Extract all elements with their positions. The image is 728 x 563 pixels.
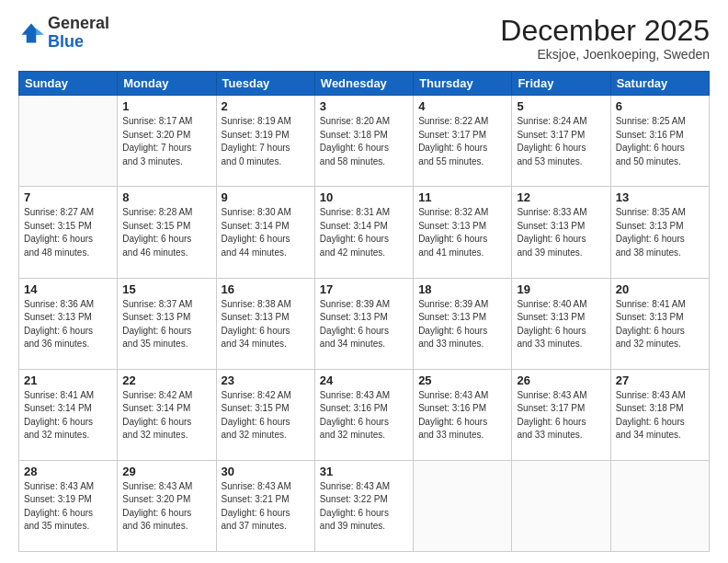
day-number: 12	[517, 190, 605, 204]
calendar-cell: 20Sunrise: 8:41 AM Sunset: 3:13 PM Dayli…	[610, 278, 709, 369]
day-number: 11	[418, 190, 506, 204]
calendar-week-5: 28Sunrise: 8:43 AM Sunset: 3:19 PM Dayli…	[19, 460, 710, 551]
calendar-cell: 17Sunrise: 8:39 AM Sunset: 3:13 PM Dayli…	[314, 278, 413, 369]
day-number: 6	[616, 99, 704, 113]
logo-icon	[18, 20, 44, 46]
calendar-week-4: 21Sunrise: 8:41 AM Sunset: 3:14 PM Dayli…	[19, 369, 710, 460]
calendar-cell: 28Sunrise: 8:43 AM Sunset: 3:19 PM Dayli…	[19, 460, 118, 551]
col-monday: Monday	[118, 72, 216, 96]
header: General Blue December 2025 Eksjoe, Joenk…	[18, 15, 710, 62]
col-wednesday: Wednesday	[314, 72, 413, 96]
day-number: 19	[517, 282, 605, 296]
calendar-cell: 21Sunrise: 8:41 AM Sunset: 3:14 PM Dayli…	[19, 369, 118, 460]
calendar-week-1: 1Sunrise: 8:17 AM Sunset: 3:20 PM Daylig…	[19, 96, 710, 187]
calendar-cell: 1Sunrise: 8:17 AM Sunset: 3:20 PM Daylig…	[118, 96, 216, 187]
day-info: Sunrise: 8:43 AM Sunset: 3:16 PM Dayligh…	[418, 389, 506, 442]
calendar-cell: 4Sunrise: 8:22 AM Sunset: 3:17 PM Daylig…	[414, 96, 512, 187]
calendar-week-3: 14Sunrise: 8:36 AM Sunset: 3:13 PM Dayli…	[19, 278, 710, 369]
day-info: Sunrise: 8:43 AM Sunset: 3:17 PM Dayligh…	[517, 389, 605, 442]
day-info: Sunrise: 8:30 AM Sunset: 3:14 PM Dayligh…	[222, 206, 310, 259]
calendar-cell: 2Sunrise: 8:19 AM Sunset: 3:19 PM Daylig…	[216, 96, 314, 187]
day-info: Sunrise: 8:33 AM Sunset: 3:13 PM Dayligh…	[517, 206, 605, 259]
col-friday: Friday	[512, 72, 610, 96]
day-number: 7	[24, 190, 112, 204]
day-info: Sunrise: 8:20 AM Sunset: 3:18 PM Dayligh…	[320, 115, 408, 168]
calendar-cell: 29Sunrise: 8:43 AM Sunset: 3:20 PM Dayli…	[118, 460, 216, 551]
day-info: Sunrise: 8:28 AM Sunset: 3:15 PM Dayligh…	[122, 206, 210, 259]
day-info: Sunrise: 8:42 AM Sunset: 3:14 PM Dayligh…	[122, 389, 210, 442]
day-number: 13	[616, 190, 704, 204]
calendar-cell: 27Sunrise: 8:43 AM Sunset: 3:18 PM Dayli…	[610, 369, 709, 460]
day-number: 28	[24, 465, 112, 478]
day-number: 23	[222, 373, 310, 387]
col-thursday: Thursday	[414, 72, 512, 96]
day-info: Sunrise: 8:17 AM Sunset: 3:20 PM Dayligh…	[122, 115, 210, 168]
col-sunday: Sunday	[19, 72, 118, 96]
col-tuesday: Tuesday	[216, 72, 314, 96]
calendar-cell	[610, 460, 709, 551]
day-info: Sunrise: 8:19 AM Sunset: 3:19 PM Dayligh…	[222, 115, 310, 168]
day-number: 16	[222, 282, 310, 296]
calendar-cell: 15Sunrise: 8:37 AM Sunset: 3:13 PM Dayli…	[118, 278, 216, 369]
day-number: 15	[122, 282, 210, 296]
day-info: Sunrise: 8:39 AM Sunset: 3:13 PM Dayligh…	[320, 298, 408, 351]
calendar-cell: 14Sunrise: 8:36 AM Sunset: 3:13 PM Dayli…	[19, 278, 118, 369]
calendar-cell: 8Sunrise: 8:28 AM Sunset: 3:15 PM Daylig…	[118, 187, 216, 278]
day-info: Sunrise: 8:35 AM Sunset: 3:13 PM Dayligh…	[616, 206, 704, 259]
title-block: December 2025 Eksjoe, Joenkoeping, Swede…	[500, 15, 710, 62]
day-info: Sunrise: 8:43 AM Sunset: 3:19 PM Dayligh…	[24, 480, 112, 534]
day-number: 30	[222, 465, 310, 478]
day-number: 2	[222, 99, 310, 113]
day-info: Sunrise: 8:41 AM Sunset: 3:14 PM Dayligh…	[24, 389, 112, 442]
calendar-cell	[19, 96, 118, 187]
day-info: Sunrise: 8:38 AM Sunset: 3:13 PM Dayligh…	[222, 298, 310, 351]
day-number: 31	[320, 465, 408, 478]
calendar-cell	[512, 460, 610, 551]
day-number: 27	[616, 373, 704, 387]
calendar-cell: 5Sunrise: 8:24 AM Sunset: 3:17 PM Daylig…	[512, 96, 610, 187]
day-info: Sunrise: 8:42 AM Sunset: 3:15 PM Dayligh…	[222, 389, 310, 442]
calendar-cell: 7Sunrise: 8:27 AM Sunset: 3:15 PM Daylig…	[19, 187, 118, 278]
day-number: 1	[122, 99, 210, 113]
month-title: December 2025	[500, 15, 710, 47]
calendar-cell: 11Sunrise: 8:32 AM Sunset: 3:13 PM Dayli…	[414, 187, 512, 278]
day-number: 3	[320, 99, 408, 113]
calendar-cell: 9Sunrise: 8:30 AM Sunset: 3:14 PM Daylig…	[216, 187, 314, 278]
day-number: 25	[418, 373, 506, 387]
calendar-cell: 13Sunrise: 8:35 AM Sunset: 3:13 PM Dayli…	[610, 187, 709, 278]
svg-marker-1	[36, 29, 44, 35]
day-info: Sunrise: 8:41 AM Sunset: 3:13 PM Dayligh…	[616, 298, 704, 351]
day-info: Sunrise: 8:32 AM Sunset: 3:13 PM Dayligh…	[418, 206, 506, 259]
day-info: Sunrise: 8:25 AM Sunset: 3:16 PM Dayligh…	[616, 115, 704, 168]
day-number: 10	[320, 190, 408, 204]
day-info: Sunrise: 8:40 AM Sunset: 3:13 PM Dayligh…	[517, 298, 605, 351]
day-info: Sunrise: 8:43 AM Sunset: 3:16 PM Dayligh…	[320, 389, 408, 442]
calendar-cell: 25Sunrise: 8:43 AM Sunset: 3:16 PM Dayli…	[414, 369, 512, 460]
calendar-cell: 16Sunrise: 8:38 AM Sunset: 3:13 PM Dayli…	[216, 278, 314, 369]
calendar-cell: 23Sunrise: 8:42 AM Sunset: 3:15 PM Dayli…	[216, 369, 314, 460]
day-number: 22	[122, 373, 210, 387]
day-info: Sunrise: 8:22 AM Sunset: 3:17 PM Dayligh…	[418, 115, 506, 168]
calendar-header-row: Sunday Monday Tuesday Wednesday Thursday…	[19, 72, 710, 96]
day-number: 18	[418, 282, 506, 296]
day-number: 14	[24, 282, 112, 296]
logo: General Blue	[18, 15, 109, 52]
day-info: Sunrise: 8:37 AM Sunset: 3:13 PM Dayligh…	[122, 298, 210, 351]
calendar-cell: 26Sunrise: 8:43 AM Sunset: 3:17 PM Dayli…	[512, 369, 610, 460]
calendar-week-2: 7Sunrise: 8:27 AM Sunset: 3:15 PM Daylig…	[19, 187, 710, 278]
day-info: Sunrise: 8:31 AM Sunset: 3:14 PM Dayligh…	[320, 206, 408, 259]
day-info: Sunrise: 8:24 AM Sunset: 3:17 PM Dayligh…	[517, 115, 605, 168]
day-number: 26	[517, 373, 605, 387]
day-info: Sunrise: 8:36 AM Sunset: 3:13 PM Dayligh…	[24, 298, 112, 351]
day-info: Sunrise: 8:43 AM Sunset: 3:18 PM Dayligh…	[616, 389, 704, 442]
day-info: Sunrise: 8:43 AM Sunset: 3:21 PM Dayligh…	[222, 480, 310, 534]
logo-general-text: General	[48, 14, 109, 32]
calendar-cell: 24Sunrise: 8:43 AM Sunset: 3:16 PM Dayli…	[314, 369, 413, 460]
day-info: Sunrise: 8:43 AM Sunset: 3:22 PM Dayligh…	[320, 480, 408, 534]
calendar-cell: 18Sunrise: 8:39 AM Sunset: 3:13 PM Dayli…	[414, 278, 512, 369]
calendar-cell: 22Sunrise: 8:42 AM Sunset: 3:14 PM Dayli…	[118, 369, 216, 460]
day-number: 5	[517, 99, 605, 113]
day-number: 17	[320, 282, 408, 296]
day-number: 24	[320, 373, 408, 387]
col-saturday: Saturday	[610, 72, 709, 96]
